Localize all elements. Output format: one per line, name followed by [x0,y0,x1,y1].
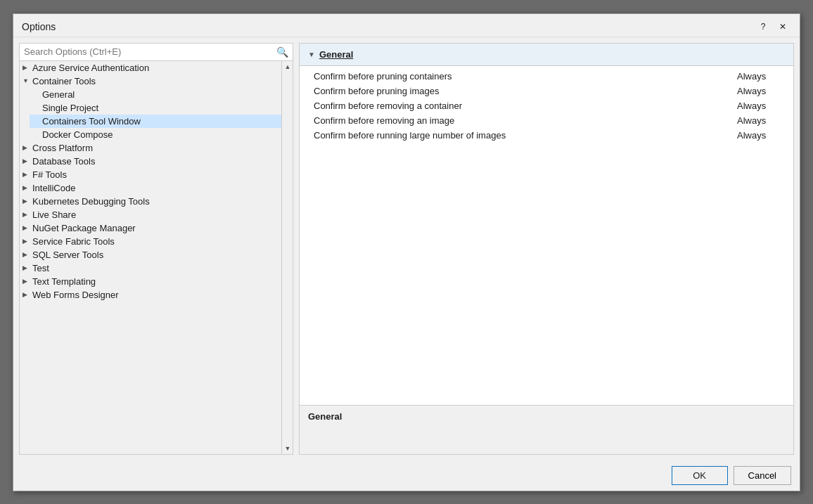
expand-arrow: ▶ [23,211,32,218]
setting-label: Confirm before removing an image [314,115,737,126]
expand-arrow: ▼ [23,77,32,84]
tree-item-label: Containers Tool Window [42,116,141,127]
tree-item-label: Kubernetes Debugging Tools [32,196,150,207]
tree-item-sql-server[interactable]: ▶ SQL Server Tools [20,248,281,261]
scroll-down-button[interactable]: ▼ [282,443,293,454]
setting-row[interactable]: Confirm before pruning images Always [300,84,793,98]
tree-item-label: Service Fabric Tools [32,236,115,247]
expand-arrow: ▶ [23,144,32,151]
footer: OK Cancel [13,460,800,491]
tree-item-label: Text Templating [32,276,96,287]
tree-item-label: Container Tools [32,76,96,86]
tree-item-text-templating[interactable]: ▶ Text Templating [20,275,281,288]
setting-value: Always [737,130,779,141]
expand-arrow: ▶ [23,278,32,285]
tree-item-label: Test [32,263,49,273]
tree-item-general[interactable]: General [30,88,281,101]
expand-arrow: ▶ [23,264,32,271]
setting-row[interactable]: Confirm before running large number of i… [300,128,793,143]
tree-item-label: Live Share [32,209,76,220]
setting-value: Always [737,71,779,82]
setting-value: Always [737,101,779,111]
close-button[interactable]: ✕ [774,20,791,34]
tree-item-label: Database Tools [32,156,95,167]
expand-arrow: ▶ [23,64,32,71]
tree-item-label: IntelliCode [32,183,75,193]
tree-item-test[interactable]: ▶ Test [20,261,281,275]
tree-item-label: General [42,89,75,100]
search-input[interactable] [24,46,276,57]
tree-item-live-share[interactable]: ▶ Live Share [20,208,281,221]
left-panel: 🔍 ▶ Azure Service Authentication ▼ Conta… [19,43,293,455]
setting-value: Always [737,86,779,96]
title-bar: Options ? ✕ [13,14,800,37]
options-dialog: Options ? ✕ 🔍 ▶ Azure Service Authentica… [13,13,800,491]
tree-item-azure-service-auth[interactable]: ▶ Azure Service Authentication [20,61,281,75]
tree-item-label: F# Tools [32,169,67,180]
tree-item-intellicode[interactable]: ▶ IntelliCode [20,181,281,195]
tree-item-label: Cross Platform [32,143,93,153]
setting-label: Confirm before removing a container [314,101,737,111]
content-header: ▼ General [300,44,793,66]
description-title: General [308,411,342,422]
tree-item-web-forms[interactable]: ▶ Web Forms Designer [20,288,281,302]
tree-item-nuget[interactable]: ▶ NuGet Package Manager [20,221,281,235]
tree-item-containers-tool-window[interactable]: Containers Tool Window [30,115,281,128]
setting-label: Confirm before pruning containers [314,71,737,82]
tree-item-single-project[interactable]: Single Project [30,101,281,115]
setting-row[interactable]: Confirm before removing a container Alwa… [300,98,793,113]
tree-item-service-fabric[interactable]: ▶ Service Fabric Tools [20,235,281,248]
search-icon: 🔍 [276,46,288,58]
setting-label: Confirm before pruning images [314,86,737,96]
tree-item-label: NuGet Package Manager [32,223,136,233]
ok-button[interactable]: OK [672,466,728,485]
tree-item-docker-compose[interactable]: Docker Compose [30,128,281,141]
section-title: General [319,49,353,60]
dialog-body: 🔍 ▶ Azure Service Authentication ▼ Conta… [13,37,800,460]
title-bar-controls: ? ✕ [755,20,791,34]
collapse-icon[interactable]: ▼ [308,51,315,58]
tree-item-database-tools[interactable]: ▶ Database Tools [20,155,281,168]
expand-arrow: ▶ [23,157,32,164]
tree-scrollbar: ▲ ▼ [281,61,293,454]
tree-item-container-tools[interactable]: ▼ Container Tools [20,75,281,88]
tree-item-label: Web Forms Designer [32,290,119,300]
tree-container: ▶ Azure Service Authentication ▼ Contain… [20,61,281,454]
setting-label: Confirm before running large number of i… [314,130,737,141]
expand-arrow: ▶ [23,184,32,191]
search-box: 🔍 [20,44,293,61]
tree-item-cross-platform[interactable]: ▶ Cross Platform [20,141,281,155]
tree-item-fsharp-tools[interactable]: ▶ F# Tools [20,168,281,181]
title-bar-left: Options [22,21,56,32]
tree-item-label: Azure Service Authentication [32,63,149,73]
expand-arrow: ▶ [23,171,32,178]
content-area: ▼ General Confirm before pruning contain… [299,43,794,406]
cancel-button[interactable]: Cancel [734,466,791,485]
tree-item-kubernetes[interactable]: ▶ Kubernetes Debugging Tools [20,195,281,208]
tree-item-label: Docker Compose [42,129,113,140]
right-panel: ▼ General Confirm before pruning contain… [299,43,794,455]
expand-arrow: ▶ [23,224,32,231]
tree-item-label: SQL Server Tools [32,250,103,260]
help-button[interactable]: ? [755,20,772,34]
dialog-title: Options [22,21,56,32]
setting-row[interactable]: Confirm before pruning containers Always [300,69,793,84]
tree-item-label: Single Project [42,103,98,113]
expand-arrow: ▶ [23,198,32,205]
setting-value: Always [737,115,779,126]
expand-arrow: ▶ [23,238,32,245]
setting-row[interactable]: Confirm before removing an image Always [300,113,793,128]
expand-arrow: ▶ [23,251,32,258]
expand-arrow: ▶ [23,291,32,298]
scroll-up-button[interactable]: ▲ [282,61,293,72]
description-area: General [299,406,794,455]
settings-table: Confirm before pruning containers Always… [300,66,793,146]
